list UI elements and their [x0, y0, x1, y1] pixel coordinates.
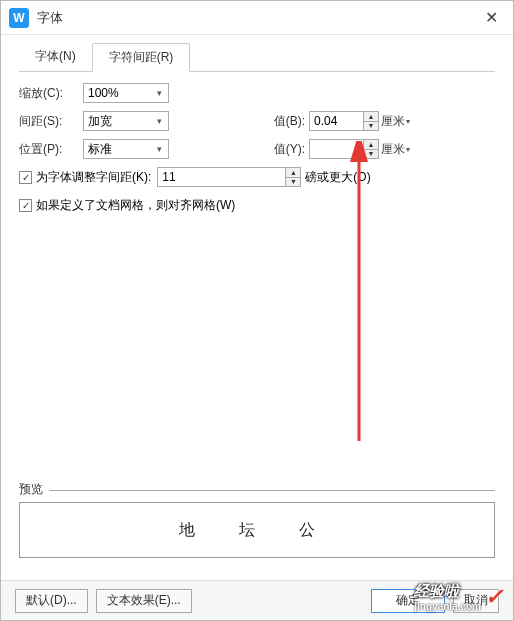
value-b-label: 值(B): — [259, 113, 309, 130]
row-spacing: 间距(S): 加宽 ▾ 值(B): ▲ ▼ 厘米 ▾ — [19, 110, 495, 132]
unit-y-label: 厘米 — [381, 141, 405, 158]
snap-grid-checkbox[interactable]: ✓ — [19, 199, 32, 212]
snap-grid-label: 如果定义了文档网格，则对齐网格(W) — [36, 197, 235, 214]
ok-button[interactable]: 确定 — [371, 589, 445, 613]
titlebar: W 字体 ✕ — [1, 1, 513, 35]
content-area: 字体(N) 字符间距(R) 缩放(C): 100% ▾ 间距(S): 加宽 ▾ … — [1, 35, 513, 580]
position-label: 位置(P): — [19, 141, 83, 158]
kerning-spinner[interactable]: ▲ ▼ — [157, 167, 301, 187]
chevron-down-icon: ▾ — [152, 144, 166, 154]
preview-section: 预览 地 坛 公 — [19, 481, 495, 558]
kerning-unit: 磅或更大(O) — [305, 169, 370, 186]
text-effect-button[interactable]: 文本效果(E)... — [96, 589, 192, 613]
row-snap-grid: ✓ 如果定义了文档网格，则对齐网格(W) — [19, 194, 495, 216]
tab-font[interactable]: 字体(N) — [19, 43, 92, 71]
value-b-spinner[interactable]: ▲ ▼ — [309, 111, 379, 131]
preview-label: 预览 — [19, 481, 495, 498]
spinner-buttons[interactable]: ▲ ▼ — [363, 111, 379, 131]
spinner-down-icon[interactable]: ▼ — [364, 150, 378, 159]
row-scale: 缩放(C): 100% ▾ — [19, 82, 495, 104]
spacing-combo[interactable]: 加宽 ▾ — [83, 111, 169, 131]
row-position: 位置(P): 标准 ▾ 值(Y): ▲ ▼ 厘米 ▾ — [19, 138, 495, 160]
value-y-input[interactable] — [309, 139, 363, 159]
annotation-arrow-icon — [347, 141, 407, 461]
window-title: 字体 — [37, 9, 477, 27]
default-button[interactable]: 默认(D)... — [15, 589, 88, 613]
spacing-label: 间距(S): — [19, 113, 83, 130]
spinner-down-icon[interactable]: ▼ — [364, 122, 378, 131]
value-b-input[interactable] — [309, 111, 363, 131]
app-icon: W — [9, 8, 29, 28]
chevron-down-icon: ▾ — [406, 117, 410, 126]
close-button[interactable]: ✕ — [477, 4, 505, 32]
font-dialog: W 字体 ✕ 字体(N) 字符间距(R) 缩放(C): 100% ▾ 间距(S)… — [0, 0, 514, 621]
spinner-up-icon[interactable]: ▲ — [364, 112, 378, 122]
unit-y-dropdown[interactable]: 厘米 ▾ — [381, 141, 410, 158]
preview-box: 地 坛 公 — [19, 502, 495, 558]
spinner-buttons[interactable]: ▲ ▼ — [285, 167, 301, 187]
spinner-buttons[interactable]: ▲ ▼ — [363, 139, 379, 159]
value-y-spinner[interactable]: ▲ ▼ — [309, 139, 379, 159]
spinner-up-icon[interactable]: ▲ — [364, 140, 378, 150]
spinner-down-icon[interactable]: ▼ — [286, 178, 300, 187]
scale-label: 缩放(C): — [19, 85, 83, 102]
value-y-label: 值(Y): — [259, 141, 309, 158]
kerning-checkbox[interactable]: ✓ — [19, 171, 32, 184]
tab-char-spacing[interactable]: 字符间距(R) — [92, 43, 191, 72]
kerning-label: 为字体调整字间距(K): — [36, 169, 151, 186]
chevron-down-icon: ▾ — [152, 116, 166, 126]
unit-b-dropdown[interactable]: 厘米 ▾ — [381, 113, 410, 130]
position-value: 标准 — [88, 141, 152, 158]
chevron-down-icon: ▾ — [406, 145, 410, 154]
scale-value: 100% — [88, 86, 152, 100]
preview-text: 地 坛 公 — [179, 520, 336, 541]
unit-b-label: 厘米 — [381, 113, 405, 130]
spinner-up-icon[interactable]: ▲ — [286, 168, 300, 178]
spacing-value: 加宽 — [88, 113, 152, 130]
cancel-button[interactable]: 取消 — [453, 589, 499, 613]
scale-combo[interactable]: 100% ▾ — [83, 83, 169, 103]
kerning-input[interactable] — [157, 167, 285, 187]
position-combo[interactable]: 标准 ▾ — [83, 139, 169, 159]
tab-bar: 字体(N) 字符间距(R) — [19, 43, 495, 72]
chevron-down-icon: ▾ — [152, 88, 166, 98]
row-kerning: ✓ 为字体调整字间距(K): ▲ ▼ 磅或更大(O) — [19, 166, 495, 188]
footer: 默认(D)... 文本效果(E)... 确定 取消 — [1, 580, 513, 620]
